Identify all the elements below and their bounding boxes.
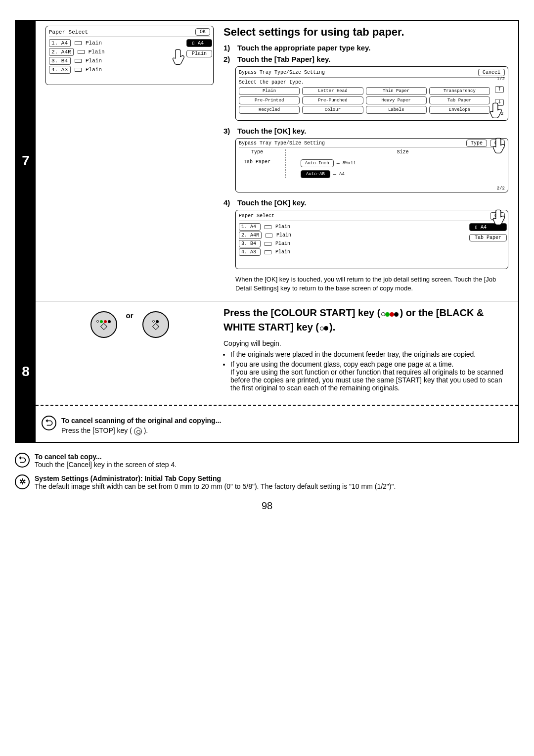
- type-col-header: Type: [251, 149, 263, 155]
- paper-type-recycled[interactable]: Recycled: [239, 106, 300, 114]
- side-paper-type[interactable]: Tab Paper: [469, 234, 507, 241]
- step8-title: Press the [COLOUR START] key () or the […: [223, 306, 508, 334]
- ftray1-size: A4: [250, 224, 256, 230]
- return-icon: ⮌: [42, 416, 56, 430]
- ftray4-no: 4.: [241, 249, 247, 255]
- ftray4-type: Plain: [275, 249, 297, 255]
- page-number: 98: [0, 500, 534, 512]
- cancel-tab-body: Touch the [Cancel] key in the screen of …: [35, 461, 177, 469]
- tray3-size: B4: [61, 58, 68, 64]
- paper-type-colour[interactable]: Colour: [302, 106, 363, 114]
- bypass-cancel-button[interactable]: Cancel: [478, 69, 505, 76]
- tray-icon: [266, 234, 272, 237]
- scroll-up-button[interactable]: 🡑: [495, 86, 504, 93]
- tray-icon: [78, 50, 85, 54]
- tray-icon: [75, 59, 82, 63]
- tray4-no: 4.: [51, 67, 58, 73]
- paper-type-plain[interactable]: Plain: [239, 87, 300, 95]
- colour-start-button[interactable]: [90, 311, 117, 338]
- tray-icon: [75, 41, 82, 45]
- side-paper-type[interactable]: Plain: [186, 50, 212, 57]
- paper-type-tab[interactable]: Tab Paper: [429, 96, 490, 104]
- or-label: or: [126, 311, 134, 320]
- substep2-num: 2): [223, 55, 234, 63]
- tray-icon: [75, 68, 82, 72]
- paper-type-heavy[interactable]: Heavy Paper: [366, 96, 427, 104]
- side-selected-size[interactable]: ▯ A4: [186, 39, 212, 47]
- ftray3-size: B4: [250, 241, 256, 246]
- cancel-scanning-row: ⮌ To cancel scanning of the original and…: [36, 412, 518, 442]
- typesize-title: Bypass Tray Type/Size Setting: [239, 141, 325, 146]
- substep4-num: 4): [223, 198, 234, 207]
- step-number-7: 7: [16, 21, 36, 301]
- paper-type-letterhead[interactable]: Letter Head: [302, 87, 363, 95]
- bw-start-button[interactable]: [142, 311, 169, 338]
- step7-right-column: Select settings for using tab paper. 1)T…: [219, 21, 518, 301]
- touch-finger-icon: [489, 101, 506, 121]
- step7-left-column: Paper Select OK 1. A4Plain 2. A4RPlain 3…: [36, 21, 219, 301]
- copying-begin: Copying will begin.: [223, 338, 508, 348]
- tray3-no: 3.: [51, 58, 58, 64]
- step8-left-column: or: [36, 301, 219, 399]
- ftray2-type: Plain: [276, 233, 298, 238]
- step7-title: Select settings for using tab paper.: [223, 26, 508, 39]
- substep1-text: Touch the appropriate paper type key.: [237, 44, 371, 52]
- size-col-header: Size: [397, 149, 409, 155]
- paper-type-prepunched[interactable]: Pre-Punched: [302, 96, 363, 104]
- auto-ab-button[interactable]: Auto-AB: [301, 170, 330, 178]
- typesize-page: 2/2: [497, 186, 505, 191]
- tray-icon: [265, 242, 271, 246]
- ftray2-no: 2.: [241, 233, 247, 238]
- type-tab-button[interactable]: Type: [466, 140, 487, 147]
- step8-bullets: If the originals were placed in the docu…: [230, 350, 508, 392]
- tray1-size: A4: [61, 40, 68, 46]
- tray1-type: Plain: [86, 40, 107, 46]
- auto-inch-button[interactable]: Auto-Inch: [301, 159, 334, 167]
- substep4-text: Touch the [OK] key.: [237, 198, 306, 207]
- paper-type-envelope[interactable]: Envelope: [429, 106, 490, 114]
- substep1-num: 1): [223, 44, 234, 52]
- cancel-scan-body: Press the [STOP] key (: [61, 426, 134, 434]
- tray4-type: Plain: [86, 67, 107, 73]
- paper-type-labels[interactable]: Labels: [366, 106, 427, 114]
- dashed-separator: [36, 405, 518, 406]
- return-icon: ⮌: [15, 453, 30, 468]
- ok-button[interactable]: OK: [195, 28, 210, 36]
- bullet-1: If the originals were placed in the docu…: [230, 350, 508, 358]
- step7-note: When the [OK] key is touched, you will r…: [235, 275, 508, 293]
- diamond-icon: [152, 323, 159, 330]
- page-frame: 7 Paper Select OK 1. A4Plain 2. A4RPlain…: [15, 20, 519, 443]
- sysset-body: The default image shift width can be set…: [35, 482, 396, 490]
- tray2-no: 2.: [51, 49, 58, 55]
- stop-key-icon: [134, 427, 142, 435]
- ftray1-no: 1.: [241, 224, 247, 230]
- step-number-8: 8: [16, 301, 36, 441]
- touch-finger-icon: [492, 137, 509, 156]
- tray-icon: [265, 225, 271, 229]
- tray2-size: A4R: [61, 49, 71, 55]
- paper-type-thin[interactable]: Thin Paper: [366, 87, 427, 95]
- tray1-no: 1.: [51, 40, 58, 46]
- tray-icon: [265, 250, 271, 254]
- paper-type-preprinted[interactable]: Pre-Printed: [239, 96, 300, 104]
- footer-notes: ⮌ To cancel tab copy... Touch the [Cance…: [15, 453, 519, 490]
- step-8-row: 8 or Press the [COLOUR START]: [16, 301, 518, 441]
- cancel-tab-heading: To cancel tab copy...: [35, 453, 102, 461]
- auto-ab-size: A4: [339, 172, 345, 177]
- diamond-icon: [100, 323, 107, 330]
- bypass-title: Bypass Tray Type/Size Setting: [239, 70, 325, 75]
- paper-type-transparency[interactable]: Transparency: [429, 87, 490, 95]
- sysset-heading: System Settings (Administrator): Initial…: [35, 474, 221, 482]
- ftray1-type: Plain: [275, 224, 297, 230]
- lcd-bypass-type: Bypass Tray Type/Size Setting Cancel Sel…: [235, 66, 508, 121]
- paper-select-title: Paper Select: [49, 29, 88, 35]
- touch-finger-icon: [492, 208, 509, 228]
- ftray3-no: 3.: [241, 241, 247, 246]
- substep3-num: 3): [223, 127, 234, 135]
- paper-select-title: Paper Select: [239, 213, 274, 219]
- type-value: Tab Paper: [244, 159, 270, 165]
- auto-inch-size: 8½x11: [343, 161, 356, 166]
- tray4-size: A3: [61, 67, 68, 73]
- touch-finger-icon: [172, 48, 188, 68]
- step-7-row: 7 Paper Select OK 1. A4Plain 2. A4RPlain…: [16, 21, 518, 301]
